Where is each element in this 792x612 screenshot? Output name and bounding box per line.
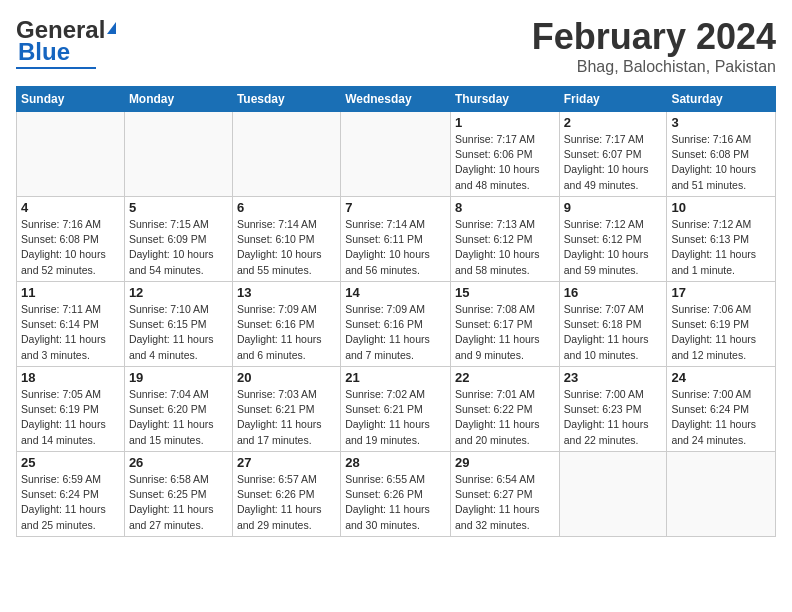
day-cell: 17Sunrise: 7:06 AMSunset: 6:19 PMDayligh… (667, 282, 776, 367)
day-cell: 10Sunrise: 7:12 AMSunset: 6:13 PMDayligh… (667, 197, 776, 282)
day-cell: 12Sunrise: 7:10 AMSunset: 6:15 PMDayligh… (124, 282, 232, 367)
calendar: SundayMondayTuesdayWednesdayThursdayFrid… (16, 86, 776, 537)
day-cell: 11Sunrise: 7:11 AMSunset: 6:14 PMDayligh… (17, 282, 125, 367)
day-info: Sunrise: 7:02 AMSunset: 6:21 PMDaylight:… (345, 387, 446, 448)
day-cell: 8Sunrise: 7:13 AMSunset: 6:12 PMDaylight… (450, 197, 559, 282)
day-cell (559, 452, 667, 537)
day-cell (17, 112, 125, 197)
day-info: Sunrise: 7:14 AMSunset: 6:11 PMDaylight:… (345, 217, 446, 278)
day-number: 28 (345, 455, 446, 470)
day-number: 4 (21, 200, 120, 215)
col-header-friday: Friday (559, 87, 667, 112)
day-number: 25 (21, 455, 120, 470)
day-info: Sunrise: 7:01 AMSunset: 6:22 PMDaylight:… (455, 387, 555, 448)
day-number: 20 (237, 370, 336, 385)
week-row-1: 1Sunrise: 7:17 AMSunset: 6:06 PMDaylight… (17, 112, 776, 197)
day-cell: 26Sunrise: 6:58 AMSunset: 6:25 PMDayligh… (124, 452, 232, 537)
day-number: 17 (671, 285, 771, 300)
day-info: Sunrise: 7:12 AMSunset: 6:12 PMDaylight:… (564, 217, 663, 278)
day-number: 8 (455, 200, 555, 215)
day-info: Sunrise: 7:12 AMSunset: 6:13 PMDaylight:… (671, 217, 771, 278)
day-number: 15 (455, 285, 555, 300)
day-cell (667, 452, 776, 537)
day-number: 18 (21, 370, 120, 385)
day-info: Sunrise: 6:57 AMSunset: 6:26 PMDaylight:… (237, 472, 336, 533)
week-row-3: 11Sunrise: 7:11 AMSunset: 6:14 PMDayligh… (17, 282, 776, 367)
day-info: Sunrise: 7:07 AMSunset: 6:18 PMDaylight:… (564, 302, 663, 363)
day-cell: 24Sunrise: 7:00 AMSunset: 6:24 PMDayligh… (667, 367, 776, 452)
day-cell: 18Sunrise: 7:05 AMSunset: 6:19 PMDayligh… (17, 367, 125, 452)
day-number: 13 (237, 285, 336, 300)
day-cell (232, 112, 340, 197)
day-cell: 15Sunrise: 7:08 AMSunset: 6:17 PMDayligh… (450, 282, 559, 367)
day-number: 27 (237, 455, 336, 470)
day-number: 12 (129, 285, 228, 300)
header-row: SundayMondayTuesdayWednesdayThursdayFrid… (17, 87, 776, 112)
week-row-4: 18Sunrise: 7:05 AMSunset: 6:19 PMDayligh… (17, 367, 776, 452)
day-cell: 13Sunrise: 7:09 AMSunset: 6:16 PMDayligh… (232, 282, 340, 367)
day-number: 1 (455, 115, 555, 130)
day-info: Sunrise: 7:05 AMSunset: 6:19 PMDaylight:… (21, 387, 120, 448)
day-info: Sunrise: 6:59 AMSunset: 6:24 PMDaylight:… (21, 472, 120, 533)
day-info: Sunrise: 6:55 AMSunset: 6:26 PMDaylight:… (345, 472, 446, 533)
day-number: 6 (237, 200, 336, 215)
day-number: 10 (671, 200, 771, 215)
col-header-thursday: Thursday (450, 87, 559, 112)
day-info: Sunrise: 7:04 AMSunset: 6:20 PMDaylight:… (129, 387, 228, 448)
day-number: 9 (564, 200, 663, 215)
day-info: Sunrise: 7:09 AMSunset: 6:16 PMDaylight:… (237, 302, 336, 363)
day-info: Sunrise: 7:13 AMSunset: 6:12 PMDaylight:… (455, 217, 555, 278)
col-header-monday: Monday (124, 87, 232, 112)
day-cell (124, 112, 232, 197)
logo: General Blue (16, 16, 116, 69)
day-number: 29 (455, 455, 555, 470)
day-info: Sunrise: 7:17 AMSunset: 6:06 PMDaylight:… (455, 132, 555, 193)
day-cell: 20Sunrise: 7:03 AMSunset: 6:21 PMDayligh… (232, 367, 340, 452)
day-cell: 23Sunrise: 7:00 AMSunset: 6:23 PMDayligh… (559, 367, 667, 452)
day-number: 2 (564, 115, 663, 130)
header: General Blue February 2024 Bhag, Balochi… (16, 16, 776, 76)
day-info: Sunrise: 7:11 AMSunset: 6:14 PMDaylight:… (21, 302, 120, 363)
day-cell: 29Sunrise: 6:54 AMSunset: 6:27 PMDayligh… (450, 452, 559, 537)
day-cell: 1Sunrise: 7:17 AMSunset: 6:06 PMDaylight… (450, 112, 559, 197)
day-number: 5 (129, 200, 228, 215)
day-number: 11 (21, 285, 120, 300)
day-number: 3 (671, 115, 771, 130)
day-cell: 3Sunrise: 7:16 AMSunset: 6:08 PMDaylight… (667, 112, 776, 197)
day-info: Sunrise: 7:03 AMSunset: 6:21 PMDaylight:… (237, 387, 336, 448)
day-info: Sunrise: 7:06 AMSunset: 6:19 PMDaylight:… (671, 302, 771, 363)
day-info: Sunrise: 7:14 AMSunset: 6:10 PMDaylight:… (237, 217, 336, 278)
day-info: Sunrise: 7:09 AMSunset: 6:16 PMDaylight:… (345, 302, 446, 363)
day-info: Sunrise: 7:08 AMSunset: 6:17 PMDaylight:… (455, 302, 555, 363)
day-cell: 16Sunrise: 7:07 AMSunset: 6:18 PMDayligh… (559, 282, 667, 367)
day-number: 24 (671, 370, 771, 385)
day-number: 19 (129, 370, 228, 385)
col-header-wednesday: Wednesday (341, 87, 451, 112)
day-info: Sunrise: 7:10 AMSunset: 6:15 PMDaylight:… (129, 302, 228, 363)
day-info: Sunrise: 7:15 AMSunset: 6:09 PMDaylight:… (129, 217, 228, 278)
day-cell (341, 112, 451, 197)
col-header-tuesday: Tuesday (232, 87, 340, 112)
day-cell: 14Sunrise: 7:09 AMSunset: 6:16 PMDayligh… (341, 282, 451, 367)
day-info: Sunrise: 6:58 AMSunset: 6:25 PMDaylight:… (129, 472, 228, 533)
day-info: Sunrise: 7:17 AMSunset: 6:07 PMDaylight:… (564, 132, 663, 193)
day-cell: 22Sunrise: 7:01 AMSunset: 6:22 PMDayligh… (450, 367, 559, 452)
day-number: 7 (345, 200, 446, 215)
logo-icon (107, 22, 116, 34)
day-number: 16 (564, 285, 663, 300)
day-cell: 6Sunrise: 7:14 AMSunset: 6:10 PMDaylight… (232, 197, 340, 282)
day-cell: 9Sunrise: 7:12 AMSunset: 6:12 PMDaylight… (559, 197, 667, 282)
location-title: Bhag, Balochistan, Pakistan (532, 58, 776, 76)
day-number: 21 (345, 370, 446, 385)
logo-blue: Blue (18, 38, 70, 66)
day-cell: 28Sunrise: 6:55 AMSunset: 6:26 PMDayligh… (341, 452, 451, 537)
day-cell: 21Sunrise: 7:02 AMSunset: 6:21 PMDayligh… (341, 367, 451, 452)
day-info: Sunrise: 7:16 AMSunset: 6:08 PMDaylight:… (671, 132, 771, 193)
day-cell: 7Sunrise: 7:14 AMSunset: 6:11 PMDaylight… (341, 197, 451, 282)
day-number: 22 (455, 370, 555, 385)
day-cell: 25Sunrise: 6:59 AMSunset: 6:24 PMDayligh… (17, 452, 125, 537)
col-header-saturday: Saturday (667, 87, 776, 112)
day-cell: 27Sunrise: 6:57 AMSunset: 6:26 PMDayligh… (232, 452, 340, 537)
day-cell: 19Sunrise: 7:04 AMSunset: 6:20 PMDayligh… (124, 367, 232, 452)
month-title: February 2024 (532, 16, 776, 58)
